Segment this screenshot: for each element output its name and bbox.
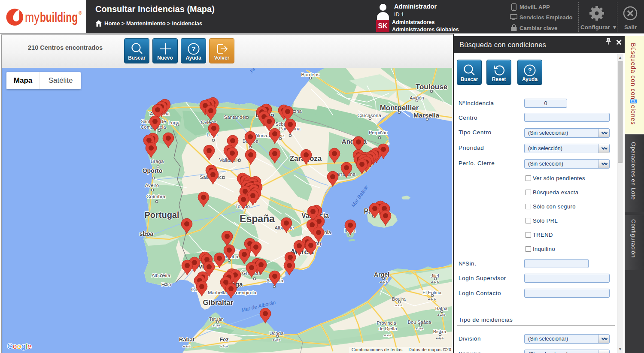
svg-text:Coímbra: Coímbra [146,194,166,199]
svg-text:de Djelfa: de Djelfa [378,326,397,331]
svg-text:my: my [25,10,39,25]
svg-text:®: ® [79,10,82,15]
svg-text:nia: nia [324,229,331,235]
svg-text:Perpiñán: Perpiñán [369,130,388,135]
svg-text:ﺔﻳﺪﻣ: ﺔﻳﺪﻣ [383,332,392,337]
svg-text:Montpellier: Montpellier [380,104,419,112]
svg-text:Gibraltar: Gibraltar [203,299,234,307]
svg-text:Aveiro: Aveiro [145,183,159,188]
svg-text:Tetuán: Tetuán [209,317,224,322]
svg-text:o: o [13,342,17,350]
svg-text:e: e [27,342,31,350]
svg-text:Toulouse: Toulouse [416,83,447,91]
svg-text:ﺔﻳﺪﻣ: ﺔﻳﺪﻣ [212,323,221,327]
svg-text:o: o [17,342,21,350]
svg-text:España: España [240,213,275,224]
svg-text:ﺔﻳﺪﻣ: ﺔﻳﺪﻣ [182,343,191,348]
svg-text:ﺔﻳﺪﻣ: ﺔﻳﺪﻣ [415,326,424,330]
svg-text:Burdeos: Burdeos [301,72,320,77]
svg-text:Provincia: Provincia [377,320,396,326]
svg-text:Marsella: Marsella [413,112,440,119]
svg-text:Portugal: Portugal [144,210,179,220]
svg-text:G: G [7,342,13,350]
svg-text:g: g [21,342,25,350]
svg-text:Oporto: Oporto [143,167,163,174]
svg-text:Marbella: Marbella [208,290,227,295]
svg-text:Rabat: Rabat [179,336,195,343]
svg-text:ﺔﻳﺪﻣ: ﺔﻳﺪﻣ [220,343,228,348]
svg-text:Santander: Santander [224,115,246,120]
svg-text:Argel: Argel [374,271,389,278]
svg-text:Carcasona: Carcasona [357,113,381,118]
svg-text:Braga: Braga [151,159,164,164]
svg-text:ﺔﻳﺪﻣ: ﺔﻳﺪﻣ [395,302,403,307]
svg-text:ﺔﻳﺪﻣ: ﺔﻳﺪﻣ [272,337,281,341]
svg-text:Fez: Fez [219,336,229,343]
svg-text:?: ? [528,66,532,74]
svg-text:?: ? [191,45,195,52]
svg-text:building: building [40,10,78,25]
svg-text:Uchda: Uchda [269,331,284,336]
